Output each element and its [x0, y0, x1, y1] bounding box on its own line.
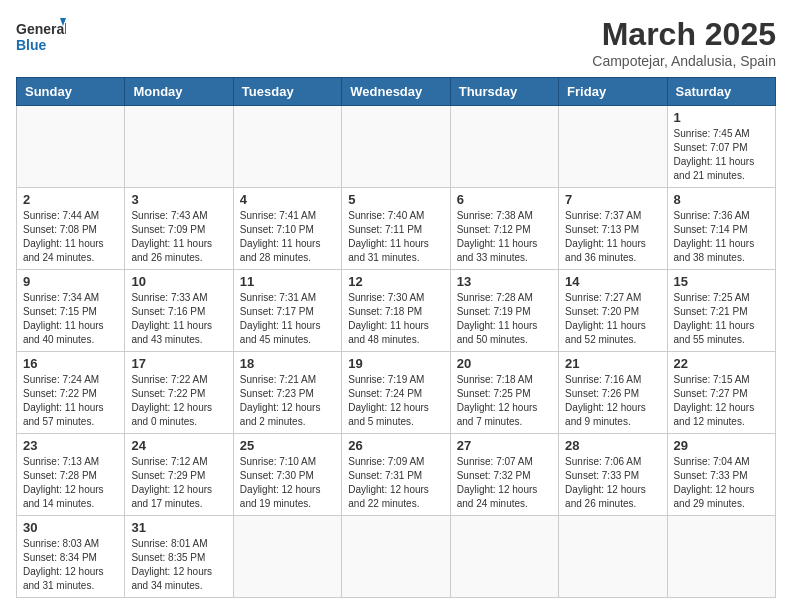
day-number: 23 — [23, 438, 118, 453]
day-number: 17 — [131, 356, 226, 371]
day-info: Sunrise: 7:28 AM Sunset: 7:19 PM Dayligh… — [457, 291, 552, 347]
page-header: General Blue March 2025 Campotejar, Anda… — [16, 16, 776, 69]
day-number: 10 — [131, 274, 226, 289]
day-number: 2 — [23, 192, 118, 207]
day-info: Sunrise: 7:27 AM Sunset: 7:20 PM Dayligh… — [565, 291, 660, 347]
calendar-cell: 29Sunrise: 7:04 AM Sunset: 7:33 PM Dayli… — [667, 434, 775, 516]
weekday-header-wednesday: Wednesday — [342, 78, 450, 106]
day-number: 22 — [674, 356, 769, 371]
day-number: 15 — [674, 274, 769, 289]
day-number: 12 — [348, 274, 443, 289]
calendar-cell: 16Sunrise: 7:24 AM Sunset: 7:22 PM Dayli… — [17, 352, 125, 434]
day-number: 16 — [23, 356, 118, 371]
calendar-cell: 7Sunrise: 7:37 AM Sunset: 7:13 PM Daylig… — [559, 188, 667, 270]
day-number: 7 — [565, 192, 660, 207]
day-number: 3 — [131, 192, 226, 207]
day-info: Sunrise: 7:15 AM Sunset: 7:27 PM Dayligh… — [674, 373, 769, 429]
calendar-cell: 13Sunrise: 7:28 AM Sunset: 7:19 PM Dayli… — [450, 270, 558, 352]
calendar-cell: 6Sunrise: 7:38 AM Sunset: 7:12 PM Daylig… — [450, 188, 558, 270]
weekday-header-thursday: Thursday — [450, 78, 558, 106]
calendar-cell: 23Sunrise: 7:13 AM Sunset: 7:28 PM Dayli… — [17, 434, 125, 516]
calendar-cell — [450, 516, 558, 598]
svg-text:Blue: Blue — [16, 37, 47, 53]
day-info: Sunrise: 7:40 AM Sunset: 7:11 PM Dayligh… — [348, 209, 443, 265]
day-info: Sunrise: 8:03 AM Sunset: 8:34 PM Dayligh… — [23, 537, 118, 593]
calendar-cell: 8Sunrise: 7:36 AM Sunset: 7:14 PM Daylig… — [667, 188, 775, 270]
calendar-cell: 14Sunrise: 7:27 AM Sunset: 7:20 PM Dayli… — [559, 270, 667, 352]
day-info: Sunrise: 8:01 AM Sunset: 8:35 PM Dayligh… — [131, 537, 226, 593]
calendar-cell — [559, 516, 667, 598]
calendar-cell: 25Sunrise: 7:10 AM Sunset: 7:30 PM Dayli… — [233, 434, 341, 516]
day-info: Sunrise: 7:31 AM Sunset: 7:17 PM Dayligh… — [240, 291, 335, 347]
calendar-cell: 19Sunrise: 7:19 AM Sunset: 7:24 PM Dayli… — [342, 352, 450, 434]
title-area: March 2025 Campotejar, Andalusia, Spain — [592, 16, 776, 69]
day-number: 25 — [240, 438, 335, 453]
day-info: Sunrise: 7:37 AM Sunset: 7:13 PM Dayligh… — [565, 209, 660, 265]
day-number: 27 — [457, 438, 552, 453]
day-number: 31 — [131, 520, 226, 535]
calendar-cell — [559, 106, 667, 188]
day-number: 4 — [240, 192, 335, 207]
calendar-cell: 30Sunrise: 8:03 AM Sunset: 8:34 PM Dayli… — [17, 516, 125, 598]
calendar-cell: 20Sunrise: 7:18 AM Sunset: 7:25 PM Dayli… — [450, 352, 558, 434]
day-info: Sunrise: 7:45 AM Sunset: 7:07 PM Dayligh… — [674, 127, 769, 183]
day-number: 30 — [23, 520, 118, 535]
day-number: 6 — [457, 192, 552, 207]
calendar-cell: 27Sunrise: 7:07 AM Sunset: 7:32 PM Dayli… — [450, 434, 558, 516]
day-number: 26 — [348, 438, 443, 453]
calendar-cell: 1Sunrise: 7:45 AM Sunset: 7:07 PM Daylig… — [667, 106, 775, 188]
day-number: 5 — [348, 192, 443, 207]
day-info: Sunrise: 7:18 AM Sunset: 7:25 PM Dayligh… — [457, 373, 552, 429]
day-number: 29 — [674, 438, 769, 453]
weekday-header-saturday: Saturday — [667, 78, 775, 106]
day-info: Sunrise: 7:16 AM Sunset: 7:26 PM Dayligh… — [565, 373, 660, 429]
day-number: 19 — [348, 356, 443, 371]
weekday-header-friday: Friday — [559, 78, 667, 106]
calendar-cell — [233, 516, 341, 598]
day-info: Sunrise: 7:43 AM Sunset: 7:09 PM Dayligh… — [131, 209, 226, 265]
day-info: Sunrise: 7:22 AM Sunset: 7:22 PM Dayligh… — [131, 373, 226, 429]
calendar-cell: 17Sunrise: 7:22 AM Sunset: 7:22 PM Dayli… — [125, 352, 233, 434]
day-info: Sunrise: 7:38 AM Sunset: 7:12 PM Dayligh… — [457, 209, 552, 265]
day-info: Sunrise: 7:30 AM Sunset: 7:18 PM Dayligh… — [348, 291, 443, 347]
day-number: 14 — [565, 274, 660, 289]
calendar-cell: 31Sunrise: 8:01 AM Sunset: 8:35 PM Dayli… — [125, 516, 233, 598]
day-info: Sunrise: 7:24 AM Sunset: 7:22 PM Dayligh… — [23, 373, 118, 429]
calendar-cell: 5Sunrise: 7:40 AM Sunset: 7:11 PM Daylig… — [342, 188, 450, 270]
calendar-cell: 12Sunrise: 7:30 AM Sunset: 7:18 PM Dayli… — [342, 270, 450, 352]
day-number: 28 — [565, 438, 660, 453]
calendar-cell: 11Sunrise: 7:31 AM Sunset: 7:17 PM Dayli… — [233, 270, 341, 352]
calendar-cell: 24Sunrise: 7:12 AM Sunset: 7:29 PM Dayli… — [125, 434, 233, 516]
calendar-cell: 26Sunrise: 7:09 AM Sunset: 7:31 PM Dayli… — [342, 434, 450, 516]
day-number: 8 — [674, 192, 769, 207]
calendar-cell — [125, 106, 233, 188]
day-number: 18 — [240, 356, 335, 371]
day-number: 1 — [674, 110, 769, 125]
month-title: March 2025 — [592, 16, 776, 53]
day-info: Sunrise: 7:25 AM Sunset: 7:21 PM Dayligh… — [674, 291, 769, 347]
calendar-cell: 9Sunrise: 7:34 AM Sunset: 7:15 PM Daylig… — [17, 270, 125, 352]
day-info: Sunrise: 7:07 AM Sunset: 7:32 PM Dayligh… — [457, 455, 552, 511]
calendar-cell: 4Sunrise: 7:41 AM Sunset: 7:10 PM Daylig… — [233, 188, 341, 270]
day-info: Sunrise: 7:06 AM Sunset: 7:33 PM Dayligh… — [565, 455, 660, 511]
weekday-header-tuesday: Tuesday — [233, 78, 341, 106]
calendar-cell — [342, 516, 450, 598]
calendar-cell: 22Sunrise: 7:15 AM Sunset: 7:27 PM Dayli… — [667, 352, 775, 434]
day-number: 13 — [457, 274, 552, 289]
day-info: Sunrise: 7:12 AM Sunset: 7:29 PM Dayligh… — [131, 455, 226, 511]
day-info: Sunrise: 7:10 AM Sunset: 7:30 PM Dayligh… — [240, 455, 335, 511]
day-number: 11 — [240, 274, 335, 289]
day-info: Sunrise: 7:19 AM Sunset: 7:24 PM Dayligh… — [348, 373, 443, 429]
calendar-cell: 15Sunrise: 7:25 AM Sunset: 7:21 PM Dayli… — [667, 270, 775, 352]
calendar-cell: 3Sunrise: 7:43 AM Sunset: 7:09 PM Daylig… — [125, 188, 233, 270]
day-info: Sunrise: 7:34 AM Sunset: 7:15 PM Dayligh… — [23, 291, 118, 347]
day-info: Sunrise: 7:13 AM Sunset: 7:28 PM Dayligh… — [23, 455, 118, 511]
calendar-cell: 2Sunrise: 7:44 AM Sunset: 7:08 PM Daylig… — [17, 188, 125, 270]
day-info: Sunrise: 7:21 AM Sunset: 7:23 PM Dayligh… — [240, 373, 335, 429]
day-info: Sunrise: 7:36 AM Sunset: 7:14 PM Dayligh… — [674, 209, 769, 265]
day-number: 24 — [131, 438, 226, 453]
day-info: Sunrise: 7:09 AM Sunset: 7:31 PM Dayligh… — [348, 455, 443, 511]
calendar-cell — [450, 106, 558, 188]
day-number: 9 — [23, 274, 118, 289]
day-number: 21 — [565, 356, 660, 371]
